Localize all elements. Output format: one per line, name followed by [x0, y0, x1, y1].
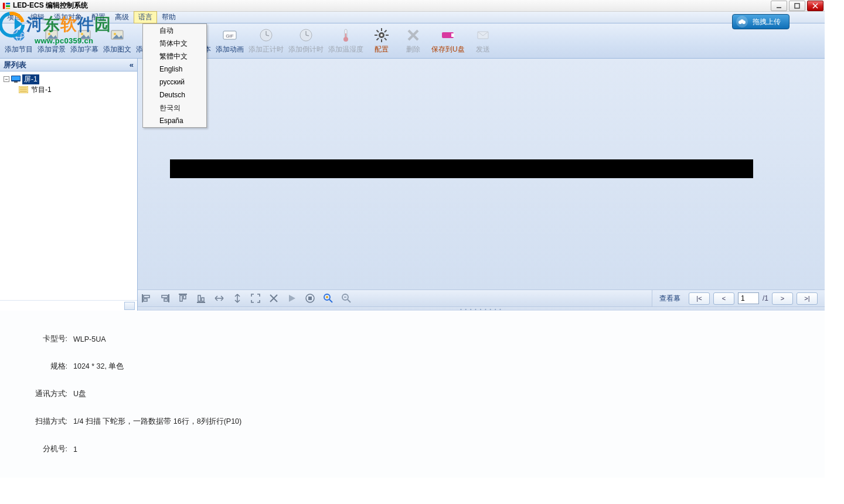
language-dropdown: 自动简体中文繁體中文EnglishрусскийDeutsch한국의España: [142, 23, 207, 128]
splitter-grip[interactable]: • • • • • • • • •: [138, 307, 825, 311]
align-left-icon[interactable]: [140, 292, 153, 305]
close-button[interactable]: [807, 1, 823, 11]
led-display-strip[interactable]: [170, 159, 753, 178]
globe-icon: [11, 27, 27, 43]
svg-point-53: [740, 19, 744, 23]
align-top-icon[interactable]: [176, 292, 189, 305]
lang-option-0[interactable]: 自动: [143, 24, 206, 37]
toolbar-image1[interactable]: 添加背景: [35, 25, 68, 57]
svg-rect-40: [386, 35, 389, 36]
info-row-4: 分机号:1: [29, 444, 795, 454]
svg-rect-66: [164, 299, 168, 301]
mail-icon: [475, 27, 491, 43]
svg-line-85: [348, 299, 350, 302]
info-row-2: 通讯方式:U盘: [29, 389, 795, 399]
menu-3[interactable]: 配置: [87, 11, 110, 23]
title-bar: LED-ECS 编辑控制系统: [0, 0, 825, 12]
tree-view: − 屏-1 节目-1: [0, 71, 137, 300]
sidebar-toggle-button[interactable]: [124, 302, 135, 310]
page-last-button[interactable]: >|: [797, 292, 818, 305]
svg-point-12: [48, 33, 50, 35]
toolbar-clock2: 添加倒计时: [286, 25, 326, 57]
minimize-button[interactable]: [771, 1, 787, 11]
svg-rect-3: [6, 8, 10, 9]
menu-0[interactable]: 项目: [2, 11, 26, 23]
stretch-horizontal-icon[interactable]: [213, 292, 226, 305]
preview-pane: 查看幕 |< < 1 /1 > >| • • • • • • • • •: [138, 59, 825, 311]
lang-option-6[interactable]: 한국의: [143, 101, 206, 114]
svg-rect-65: [162, 295, 168, 298]
image3-icon: [109, 27, 125, 43]
app-icon: [2, 2, 11, 10]
svg-line-81: [329, 299, 332, 302]
align-right-icon[interactable]: [158, 292, 171, 305]
monitor-icon: [11, 75, 21, 83]
toolbar-x: 删除: [397, 25, 429, 57]
sidebar-title: 屏列表: [4, 60, 26, 70]
svg-rect-49: [451, 33, 454, 37]
lang-option-2[interactable]: 繁體中文: [143, 50, 206, 63]
page-input[interactable]: 1: [738, 292, 759, 304]
x-icon: [405, 27, 421, 43]
info-row-1: 规格:1024 * 32, 单色: [29, 362, 795, 372]
sidebar-header: 屏列表 «: [0, 59, 137, 71]
svg-rect-45: [376, 30, 379, 33]
menu-6[interactable]: 帮助: [157, 11, 181, 23]
toolbar-gear[interactable]: 配置: [366, 25, 397, 57]
page-prev-button[interactable]: <: [713, 292, 734, 305]
menu-1[interactable]: 编辑: [26, 11, 49, 23]
svg-rect-62: [144, 295, 149, 298]
clock-icon: [258, 27, 274, 43]
lang-option-5[interactable]: Deutsch: [143, 88, 206, 101]
svg-rect-56: [14, 81, 18, 83]
menu-5[interactable]: 语言: [134, 11, 157, 23]
zoom-out-icon[interactable]: [340, 292, 353, 305]
svg-rect-63: [144, 299, 147, 301]
preview-canvas[interactable]: [138, 59, 825, 290]
svg-rect-0: [3, 2, 5, 9]
svg-rect-44: [375, 35, 377, 36]
tree-child-program[interactable]: 节目-1: [4, 84, 134, 95]
menu-2[interactable]: 添加对象: [49, 11, 87, 23]
tree-collapse-icon[interactable]: −: [4, 76, 9, 82]
program-icon: [19, 86, 28, 94]
menu-4[interactable]: 高级: [110, 11, 134, 23]
drag-upload-button[interactable]: 拖拽上传: [732, 14, 789, 29]
page-next-button[interactable]: >: [772, 292, 793, 305]
stop-icon[interactable]: [304, 292, 316, 305]
toolbar-globe[interactable]: 添加节目: [2, 25, 35, 57]
lang-option-3[interactable]: English: [143, 63, 206, 76]
lang-option-1[interactable]: 简体中文: [143, 37, 206, 50]
thermo-icon: [338, 27, 354, 43]
delete-x-icon[interactable]: [267, 292, 280, 305]
toolbar-image3[interactable]: 添加图文: [101, 25, 134, 57]
page-total-label: /1: [763, 294, 768, 302]
sidebar-footer: [0, 300, 137, 311]
svg-point-18: [114, 33, 116, 35]
toolbar-clock: 添加正计时: [246, 25, 286, 57]
svg-rect-72: [202, 298, 204, 301]
stretch-vertical-icon[interactable]: [231, 292, 244, 305]
info-row-3: 扫描方式:1/4 扫描 下蛇形，一路数据带 16行，8列折行(P10): [29, 417, 795, 427]
page-first-button[interactable]: |<: [689, 292, 710, 305]
upload-label: 拖拽上传: [753, 17, 781, 27]
svg-point-15: [81, 33, 83, 35]
toolbar-usb[interactable]: 保存到U盘: [429, 25, 467, 57]
svg-text:GIF: GIF: [226, 33, 233, 39]
toolbar-mail: 发送: [467, 25, 499, 57]
lang-option-4[interactable]: русский: [143, 76, 206, 88]
info-row-0: 卡型号:WLP-5UA: [29, 334, 795, 344]
toolbar-gif[interactable]: GIF添加动画: [213, 25, 246, 57]
svg-rect-39: [384, 30, 387, 33]
toolbar-image2[interactable]: 添加字幕: [68, 25, 101, 57]
maximize-button[interactable]: [789, 1, 805, 11]
zoom-in-icon[interactable]: [322, 292, 335, 305]
lang-option-7[interactable]: España: [143, 114, 206, 127]
tree-root-screen[interactable]: − 屏-1: [4, 74, 134, 84]
collapse-icon[interactable]: «: [130, 60, 134, 69]
svg-rect-1: [6, 2, 10, 4]
fullscreen-icon[interactable]: [249, 292, 262, 305]
align-bottom-icon[interactable]: [195, 292, 207, 305]
toolbar-thermo: 添加温湿度: [326, 25, 366, 57]
play-icon[interactable]: [285, 292, 298, 305]
